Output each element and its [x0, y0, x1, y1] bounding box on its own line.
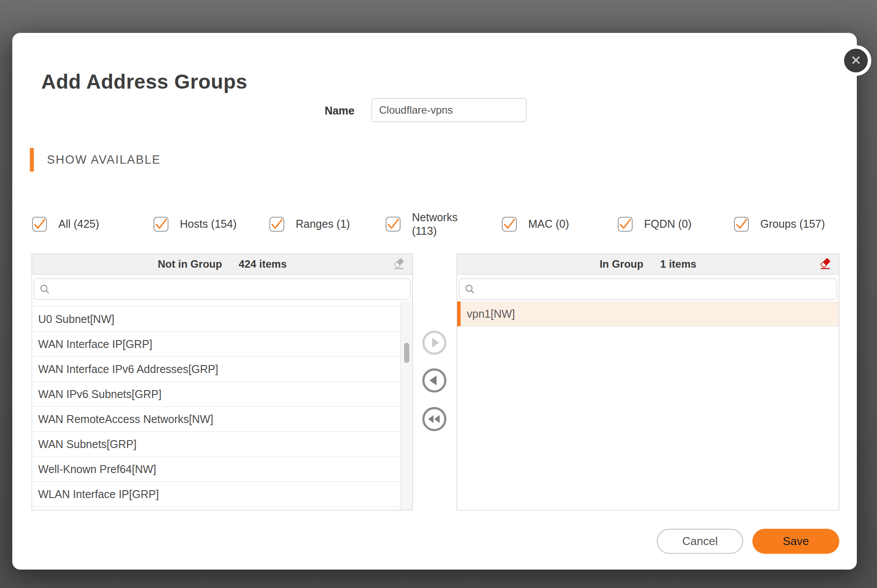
- filter-label: MAC (0): [528, 217, 569, 231]
- save-button[interactable]: Save: [752, 529, 839, 554]
- checkbox-checked-icon: [502, 217, 517, 232]
- list-item[interactable]: WAN RemoteAccess Networks[NW]: [32, 407, 400, 432]
- close-button[interactable]: ✕: [841, 45, 871, 76]
- search-icon: [39, 284, 50, 294]
- checkbox-checked-icon: [386, 217, 401, 232]
- filter-label: Groups (157): [760, 217, 825, 231]
- search-icon: [465, 284, 475, 294]
- in-group-panel: In Group 1 items vpn1[NW]: [457, 254, 839, 510]
- checkbox-checked-icon: [154, 217, 168, 232]
- filter-label: FQDN (0): [644, 217, 691, 231]
- panel-title: In Group: [600, 258, 644, 270]
- arrow-left-icon: [422, 368, 447, 393]
- checkbox-checked-icon: [618, 217, 633, 232]
- list-scrollbar[interactable]: [400, 301, 412, 510]
- name-input[interactable]: [372, 98, 526, 122]
- eraser-icon[interactable]: [820, 258, 831, 270]
- filter-checkbox-fqdn[interactable]: FQDN (0): [618, 217, 691, 232]
- move-all-left-button[interactable]: [422, 406, 447, 432]
- filter-row: All (425) Hosts (154) Ranges (1) Network…: [12, 200, 857, 248]
- list-item[interactable]: WAN Subnets[GRP]: [32, 432, 400, 457]
- scrollbar-thumb[interactable]: [404, 343, 409, 363]
- filter-checkbox-mac[interactable]: MAC (0): [502, 217, 569, 232]
- checkbox-checked-icon: [269, 217, 284, 232]
- not-in-group-list: U0 Subnet[NW] WAN Interface IP[GRP] WAN …: [32, 301, 412, 510]
- filter-label: Ranges (1): [296, 217, 350, 231]
- eraser-icon[interactable]: [393, 258, 404, 270]
- filter-checkbox-all[interactable]: All (425): [32, 217, 99, 232]
- in-group-search-input[interactable]: [480, 279, 831, 299]
- list-item[interactable]: WLAN Interface IP[GRP]: [32, 482, 400, 507]
- filter-checkbox-networks[interactable]: Networks (113): [386, 211, 465, 238]
- filter-checkbox-groups[interactable]: Groups (157): [734, 217, 825, 232]
- list-item[interactable]: WAN IPv6 Subnets[GRP]: [32, 382, 400, 407]
- list-item[interactable]: WAN Interface IPv6 Addresses[GRP]: [32, 357, 400, 382]
- show-available-section: SHOW AVAILABLE: [30, 148, 161, 172]
- not-in-group-header: Not in Group 424 items: [32, 254, 412, 275]
- in-group-search: [459, 278, 837, 300]
- in-group-list: vpn1[NW]: [457, 301, 839, 510]
- list-item[interactable]: WAN Interface IP[GRP]: [32, 332, 400, 357]
- not-in-group-search-input[interactable]: [54, 279, 405, 299]
- filter-label: All (425): [58, 217, 99, 231]
- panel-item-count: 1 items: [660, 258, 697, 270]
- checkbox-checked-icon: [32, 217, 47, 232]
- selected-list-item[interactable]: vpn1[NW]: [457, 301, 839, 326]
- move-right-button[interactable]: [422, 330, 447, 355]
- list-item[interactable]: U0 Subnet[NW]: [32, 307, 400, 332]
- cancel-button[interactable]: Cancel: [657, 529, 743, 554]
- accent-bar: [30, 148, 34, 172]
- partial-row: [32, 301, 400, 307]
- page-title: Add Address Groups: [41, 70, 247, 93]
- name-label: Name: [293, 104, 354, 117]
- panel-title: Not in Group: [158, 258, 222, 270]
- double-arrow-left-icon: [422, 406, 447, 432]
- list-item[interactable]: Well-Known Pref64[NW]: [32, 457, 400, 482]
- filter-label: Hosts (154): [180, 217, 236, 231]
- section-title: SHOW AVAILABLE: [47, 153, 161, 167]
- close-icon: ✕: [850, 54, 861, 67]
- filter-checkbox-ranges[interactable]: Ranges (1): [269, 217, 350, 232]
- panel-item-count: 424 items: [239, 258, 286, 270]
- filter-label: Networks (113): [412, 211, 465, 238]
- checkbox-checked-icon: [734, 217, 749, 232]
- filter-checkbox-hosts[interactable]: Hosts (154): [154, 217, 236, 232]
- arrow-right-icon: [422, 330, 447, 355]
- not-in-group-search: [34, 278, 411, 300]
- in-group-header: In Group 1 items: [457, 254, 839, 275]
- not-in-group-panel: Not in Group 424 items U0 Subnet[NW] WAN…: [32, 254, 413, 510]
- move-left-button[interactable]: [422, 368, 447, 393]
- add-address-groups-dialog: Add Address Groups ✕ Name SHOW AVAILABLE…: [12, 33, 857, 570]
